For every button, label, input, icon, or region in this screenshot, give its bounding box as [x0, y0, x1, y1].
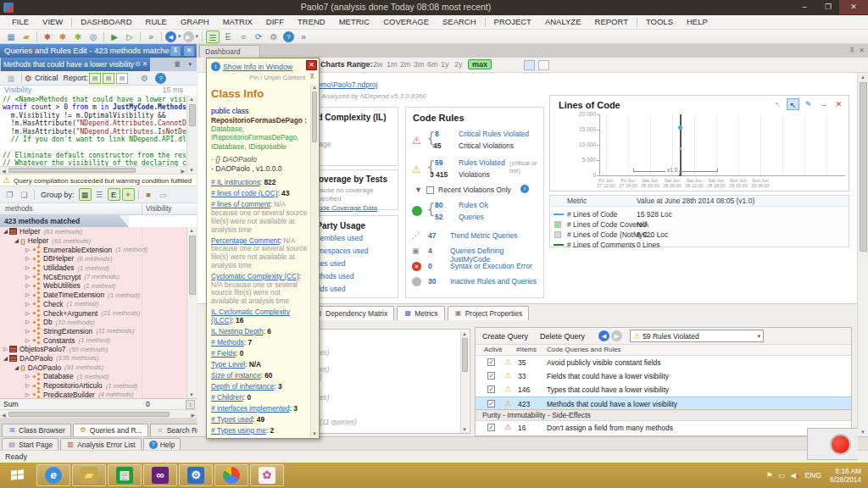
tree-column-headers[interactable]: methods Visibility [0, 203, 197, 215]
expanded-icon[interactable]: ◢ [13, 364, 20, 371]
record-button[interactable] [832, 435, 849, 453]
metric-link[interactable]: # Children [211, 393, 243, 402]
new-window-icon[interactable]: ▦ [4, 30, 18, 43]
metric-link[interactable]: Depth of inheritance [211, 382, 274, 391]
range-3m[interactable]: 3m [414, 60, 425, 69]
query-rule-row[interactable]: ✓⚠16Don't assign a field from many metho… [476, 421, 851, 435]
clock[interactable]: 8:16 AM 6/28/2014 [830, 467, 861, 484]
language-indicator[interactable]: ENG [805, 471, 822, 480]
settings-gear-icon[interactable]: ⚙ [141, 74, 148, 83]
tab-dashboard[interactable]: Dashboard [199, 45, 260, 58]
expanded-icon[interactable]: ◢ [13, 237, 20, 244]
menu-analyze[interactable]: ANALYZE [538, 15, 588, 29]
paint-taskbar-button[interactable]: ✿ [250, 464, 284, 486]
tab-help[interactable]: ?Help [143, 438, 181, 451]
metric-link[interactable]: IL Nesting Depth [211, 327, 264, 336]
collapsed-icon[interactable]: ▷ [24, 274, 31, 280]
tab-analysis-error-list[interactable]: ▥Analysis Error List [60, 438, 142, 451]
collapsed-icon[interactable]: ▷ [24, 319, 31, 325]
tree-row[interactable]: ▷PredicateBuilder(4 methods) [0, 390, 186, 398]
query-rule-row[interactable]: ✓⚠35Avoid publicly visible constant fiel… [476, 356, 851, 369]
chrome-taskbar-button[interactable] [214, 464, 248, 486]
close-icon[interactable]: ✕ [306, 60, 317, 70]
zoom-in-icon[interactable] [524, 60, 535, 70]
metric-link[interactable]: # interfaces implemented [211, 404, 290, 413]
rule-run-icon[interactable]: ✱ [71, 30, 85, 43]
group-by-tree-icon[interactable]: ☰ [93, 188, 106, 201]
metric-link[interactable]: # lines of comment [211, 200, 270, 208]
visual-studio-taskbar-button[interactable]: ∞ [143, 464, 177, 486]
pin-icon[interactable]: ⊙ [135, 58, 140, 71]
tab-metrics[interactable]: ▦Metrics [397, 306, 444, 320]
rules-violated-link[interactable]: Rules Violated [459, 158, 505, 167]
query-group-row[interactable]: Purity - Immutability - Side-Effects [476, 410, 851, 421]
tree-row[interactable]: ▷DBHelper(6 methods) [0, 254, 186, 263]
collapse-all-icon[interactable]: ❏ [18, 188, 31, 201]
collapsed-icon[interactable]: ▷ [24, 382, 31, 389]
minimize-button[interactable]: – [793, 0, 815, 14]
pin-icon[interactable]: ⊼ [849, 47, 854, 54]
collapsed-icon[interactable]: ▷ [24, 310, 31, 317]
menu-help[interactable]: HELP [680, 15, 715, 29]
tree-row[interactable]: ▷ObjetosPaolo7(50 methods) [0, 345, 186, 354]
query-code-editor[interactable]: // <Name>Methods that could have a lower… [0, 96, 197, 174]
open-folder-icon[interactable]: ▰ [19, 30, 33, 43]
tree-row[interactable]: ▷Db(10 methods) [0, 318, 186, 327]
range-6m[interactable]: 6m [427, 60, 438, 69]
rule-edit-icon[interactable]: ✱ [56, 30, 70, 43]
dashboard-vertical-scrollbar[interactable]: ▲ ▼ [857, 73, 868, 436]
tab-class-browser[interactable]: ⊞Class Browser [2, 424, 71, 436]
collapsed-icon[interactable]: ▷ [24, 264, 31, 271]
tab-start-page[interactable]: ▤Start Page [2, 438, 58, 451]
nav-forward-icon[interactable]: ▶ [611, 330, 622, 341]
rule-checkbox[interactable]: ✓ [487, 400, 495, 408]
popup-scrollbar[interactable]: ▲ ▼ [310, 84, 318, 437]
rule-checkbox[interactable]: ✓ [487, 424, 495, 431]
tree-row[interactable]: ▷Utilidades(1 method) [0, 263, 186, 273]
collapse-pane-icon[interactable]: ↕ [186, 400, 195, 409]
tree-horizontal-scrollbar[interactable]: ◀ ▶ [0, 409, 197, 418]
critical-toggle[interactable]: Critical [35, 74, 58, 82]
rules-ok-link[interactable]: Rules Ok [459, 201, 488, 209]
snapshot-icon[interactable] [538, 60, 549, 70]
document-icon[interactable]: ▭ [157, 188, 170, 201]
collapsed-icon[interactable]: ▷ [24, 391, 31, 398]
query-rule-row[interactable]: ✓⚠33Fields that could have a lower visib… [476, 369, 851, 383]
metric-link[interactable]: # Methods [211, 338, 244, 347]
expanded-icon[interactable]: ◢ [2, 228, 9, 235]
tab-rule[interactable]: ✕ ⊙ Methods that could have a lower visi… [1, 58, 150, 71]
metric-link[interactable]: Association Between Types (ABT) [211, 437, 297, 438]
inactive-rules-and-queries-link[interactable]: Inactive Rules and Queries [450, 277, 537, 286]
menu-dashboard[interactable]: DASHBOARD [74, 15, 138, 29]
folder-icon[interactable]: ■ [142, 188, 155, 201]
menu-project[interactable]: PROJECT [487, 15, 538, 29]
internet-explorer-taskbar-button[interactable]: e [36, 464, 70, 486]
tree-row[interactable]: ▷Constants(1 method) [0, 336, 186, 345]
tree-row[interactable]: ◢{}DAOPaolo(91 methods) [0, 363, 186, 372]
group-by-assembly-icon[interactable]: ▦ [79, 188, 92, 201]
search-icon[interactable]: ○ [236, 30, 250, 43]
metric-link[interactable]: Percentage Comment [211, 236, 280, 245]
rule-checkbox[interactable]: ✓ [487, 358, 495, 366]
range-2y[interactable]: 2y [454, 60, 463, 69]
collapsed-icon[interactable]: ▷ [24, 255, 31, 262]
menu-coverage[interactable]: COVERAGE [376, 15, 436, 29]
menu-file[interactable]: FILE [5, 15, 36, 29]
ndepend-taskbar-button[interactable]: ⚙ [179, 464, 213, 486]
start-button[interactable] [0, 463, 36, 488]
search-rules-icon[interactable]: ◎ [86, 30, 100, 43]
file-explorer-taskbar-button[interactable]: ▰ [72, 464, 106, 486]
more-icon[interactable]: » [297, 30, 310, 43]
help-icon[interactable]: ? [283, 31, 294, 42]
menu-matrix[interactable]: MATRIX [216, 15, 259, 29]
collapsed-icon[interactable]: ▷ [24, 282, 31, 289]
collapsed-icon[interactable]: ▷ [24, 373, 31, 380]
queries-link[interactable]: Queries [459, 213, 484, 221]
pin-icon[interactable]: ⊼ [309, 73, 314, 80]
metric-link[interactable]: Type Level [211, 360, 245, 369]
report-copy-icon[interactable]: ▤ [116, 73, 128, 84]
range-1y[interactable]: 1y [441, 60, 449, 69]
rules-filter-dropdown[interactable]: ⚠ 59 Rules Violated ▾ [630, 330, 764, 342]
collapsed-icon[interactable]: ▷ [2, 346, 9, 352]
collapsed-icon[interactable]: ▷ [24, 291, 31, 298]
